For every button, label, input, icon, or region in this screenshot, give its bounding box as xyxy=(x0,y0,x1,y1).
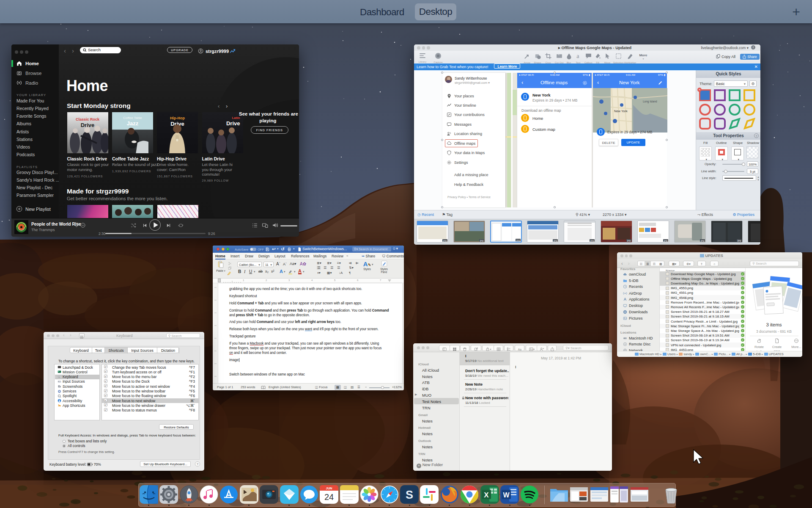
svg-text:X: X xyxy=(484,491,489,499)
svg-text:24: 24 xyxy=(324,492,334,502)
svg-text:S: S xyxy=(406,489,413,501)
svg-text:JUN: JUN xyxy=(326,486,332,490)
svg-text:Aa: Aa xyxy=(518,348,521,351)
svg-text:a: a xyxy=(576,52,579,59)
svg-text:W: W xyxy=(503,491,510,499)
